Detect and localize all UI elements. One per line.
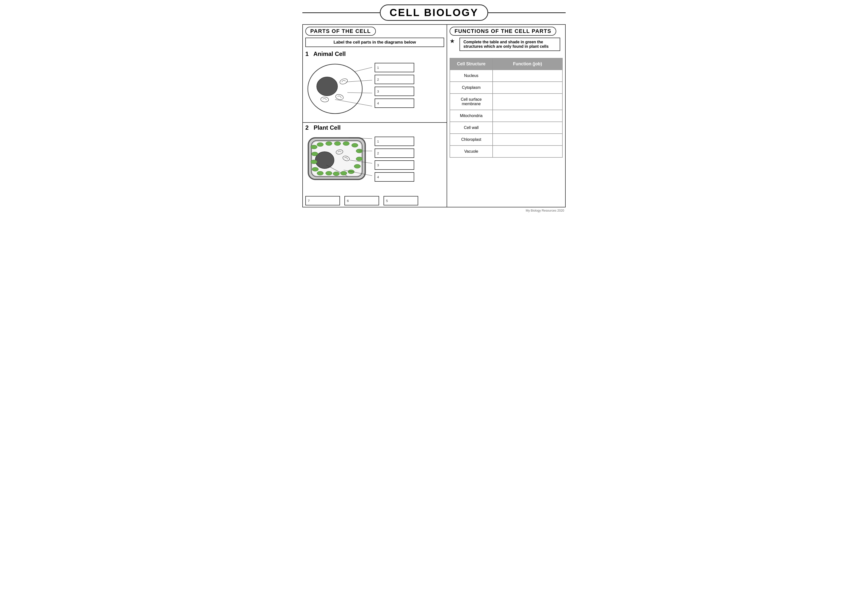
svg-point-23: [348, 170, 354, 174]
cell-function-6[interactable]: [493, 146, 563, 157]
svg-point-28: [311, 160, 317, 164]
svg-point-21: [356, 157, 363, 161]
page-title: CELL BIOLOGY: [380, 5, 488, 21]
animal-cell-title: 1 Animal Cell: [303, 49, 446, 58]
animal-cell-svg: [305, 60, 372, 116]
plant-cell-diagram-area: 1 2 3 4: [303, 132, 446, 196]
title-line-left: [302, 12, 380, 13]
plant-cell-svg: [305, 134, 372, 185]
animal-label-box-4[interactable]: 4: [375, 99, 414, 108]
table-row: Vacuole: [450, 146, 563, 157]
plant-label-box-1[interactable]: 1: [375, 136, 414, 146]
svg-point-22: [354, 164, 361, 168]
svg-line-5: [355, 67, 372, 71]
animal-label-box-1[interactable]: 1: [375, 63, 414, 72]
svg-point-18: [343, 141, 349, 146]
functions-table: Cell Structure Function (job) NucleusCyt…: [450, 58, 563, 158]
cell-function-4[interactable]: [493, 122, 563, 133]
table-row: Chloroplast: [450, 133, 563, 146]
svg-point-16: [326, 141, 332, 146]
svg-point-24: [341, 171, 347, 175]
table-row: Cell wall: [450, 122, 563, 133]
animal-cell-diagram-area: 1 2 3 4: [303, 58, 446, 122]
svg-point-19: [352, 143, 358, 147]
svg-point-27: [312, 152, 318, 156]
plant-cell-title: 2 Plant Cell: [303, 123, 446, 132]
animal-label-box-2[interactable]: 2: [375, 75, 414, 84]
cell-function-3[interactable]: [493, 110, 563, 122]
svg-point-3: [335, 93, 344, 101]
svg-point-17: [334, 141, 341, 146]
functions-section-header: FUNCTIONS OF THE CELL PARTS: [447, 25, 565, 37]
table-row: Mitochondria: [450, 110, 563, 122]
cell-function-0[interactable]: [493, 70, 563, 82]
table-row: Nucleus: [450, 70, 563, 82]
title-line-right: [488, 12, 566, 13]
left-panel: PARTS OF THE CELL Label the cell parts i…: [303, 25, 447, 207]
cell-structure-5: Chloroplast: [450, 133, 493, 146]
plant-label-box-3[interactable]: 3: [375, 160, 414, 170]
functions-star-icon: ★: [450, 37, 455, 45]
svg-point-14: [311, 145, 317, 149]
cell-structure-2: Cell surface membrane: [450, 93, 493, 110]
svg-point-12: [315, 152, 334, 169]
table-header-row: Cell Structure Function (job): [450, 58, 563, 70]
animal-cell-number: 1: [305, 51, 308, 57]
main-layout: PARTS OF THE CELL Label the cell parts i…: [302, 24, 566, 208]
functions-instruction: Complete the table and shade in green th…: [459, 37, 560, 51]
plant-cell-label-boxes-right: 1 2 3 4: [375, 134, 444, 181]
svg-line-7: [347, 93, 372, 93]
plant-cell-label: Plant Cell: [313, 124, 341, 131]
plant-bottom-labels: 7 6 5: [303, 196, 446, 207]
svg-point-15: [317, 143, 323, 147]
svg-line-6: [346, 80, 372, 82]
animal-cell-label-boxes: 1 2 3 4: [375, 60, 444, 108]
right-panel: FUNCTIONS OF THE CELL PARTS ★ Complete t…: [447, 25, 565, 207]
plant-label-box-7[interactable]: 7: [305, 196, 340, 205]
cell-function-2[interactable]: [493, 93, 563, 110]
svg-point-30: [317, 171, 323, 175]
plant-cell-number: 2: [305, 124, 308, 131]
functions-instruction-row: ★ Complete the table and shade in green …: [447, 37, 565, 56]
cell-function-5[interactable]: [493, 133, 563, 146]
plant-label-box-6[interactable]: 6: [344, 196, 379, 205]
cell-structure-4: Cell wall: [450, 122, 493, 133]
table-row: Cell surface membrane: [450, 93, 563, 110]
footer: My Biology Resources 2020: [302, 209, 566, 212]
cell-structure-1: Cytoplasm: [450, 82, 493, 93]
col-function-header: Function (job): [493, 58, 563, 70]
parts-section-title: PARTS OF THE CELL: [305, 27, 376, 36]
svg-point-4: [321, 97, 329, 102]
svg-line-8: [335, 99, 372, 106]
svg-point-1: [317, 77, 338, 96]
cell-structure-0: Nucleus: [450, 70, 493, 82]
svg-point-26: [326, 171, 332, 175]
cell-structure-3: Mitochondria: [450, 110, 493, 122]
parts-section-header: PARTS OF THE CELL: [303, 25, 446, 37]
col-structure-header: Cell Structure: [450, 58, 493, 70]
page-title-area: CELL BIOLOGY: [302, 5, 566, 21]
cell-function-1[interactable]: [493, 82, 563, 93]
svg-point-29: [312, 167, 318, 171]
svg-point-2: [339, 78, 349, 85]
animal-cell-label: Animal Cell: [313, 51, 346, 57]
plant-label-box-5[interactable]: 5: [383, 196, 418, 205]
svg-point-25: [333, 172, 339, 176]
table-row: Cytoplasm: [450, 82, 563, 93]
plant-label-box-2[interactable]: 2: [375, 149, 414, 158]
parts-instruction: Label the cell parts in the diagrams bel…: [305, 37, 444, 47]
animal-label-box-3[interactable]: 3: [375, 87, 414, 96]
functions-section-title: FUNCTIONS OF THE CELL PARTS: [450, 27, 556, 36]
plant-label-box-4[interactable]: 4: [375, 172, 414, 181]
cell-structure-6: Vacuole: [450, 146, 493, 157]
